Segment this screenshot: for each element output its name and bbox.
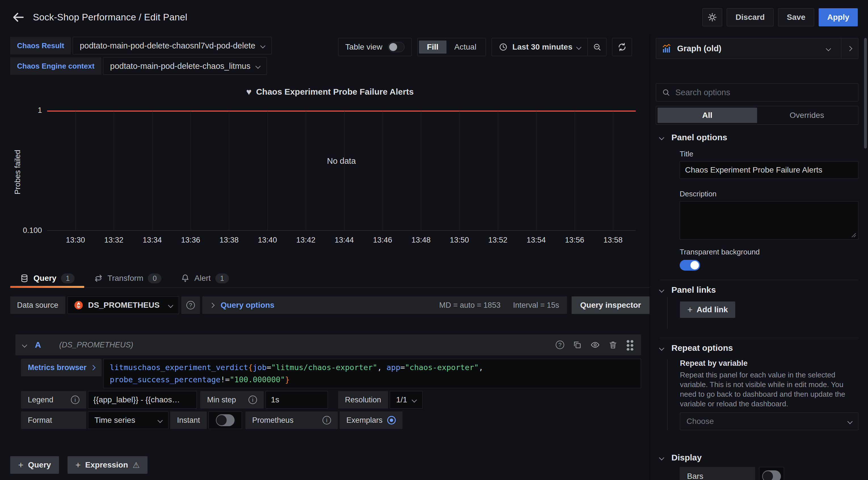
gridline: [613, 111, 613, 230]
repeat-options-body: Repeat by variable Repeat this panel for…: [667, 359, 858, 430]
save-button[interactable]: Save: [778, 8, 814, 26]
promql-line-1: litmuschaos_experiment_verdict{job="litm…: [110, 361, 634, 373]
actual-option[interactable]: Actual: [446, 40, 485, 54]
eye-icon[interactable]: [590, 340, 600, 350]
variable-select-chaos-engine[interactable]: podtato-main-pod-delete-chaos_litmus: [103, 57, 267, 75]
panel-title: ♥ Chaos Experiment Probe Failure Alerts: [10, 84, 650, 100]
arrow-left-icon: [12, 11, 25, 24]
fill-option[interactable]: Fill: [419, 40, 446, 54]
chevron-down-icon: [157, 418, 162, 423]
tab-overrides[interactable]: Overrides: [757, 108, 857, 123]
switch-off-icon: [762, 470, 781, 480]
editor-tabs: Query 1 Transform 0 Alert 1: [10, 269, 650, 288]
visualization-picker[interactable]: Graph (old): [656, 38, 858, 59]
min-step-input[interactable]: [266, 391, 328, 409]
apply-button[interactable]: Apply: [819, 8, 858, 26]
promql-line-2: probe_success_percentage!="100.000000"}: [110, 373, 634, 386]
transparent-bg-toggle[interactable]: [680, 260, 700, 271]
chevron-down-icon: [255, 64, 260, 69]
datasource-help-button[interactable]: ?: [181, 297, 200, 314]
repeat-options-heading[interactable]: Repeat options: [656, 343, 858, 353]
visualization-expand-button[interactable]: [841, 38, 858, 59]
gridline: [268, 111, 268, 230]
refresh-button[interactable]: [612, 38, 632, 56]
discard-button[interactable]: Discard: [727, 8, 774, 26]
display-heading[interactable]: Display: [656, 453, 858, 462]
metrics-browser-button[interactable]: Metrics browser: [21, 359, 101, 376]
plot-area[interactable]: No data: [47, 110, 636, 231]
collapse-chevron-icon[interactable]: [22, 342, 27, 347]
description-field-label: Description: [680, 190, 858, 198]
resolution-select[interactable]: 1/1: [390, 391, 423, 409]
query-datasource-hint: (DS_PROMETHEUS): [59, 341, 133, 349]
chevron-right-icon: [90, 365, 95, 370]
chevron-down-icon: [168, 303, 173, 308]
panel-description-textarea[interactable]: [680, 201, 858, 240]
x-tick-label: 13:36: [169, 236, 212, 244]
editor-footer: + Query + Expression ⚠: [10, 456, 650, 474]
promql-editor[interactable]: litmuschaos_experiment_verdict{job="litm…: [103, 359, 641, 388]
sidebar-scrollbar[interactable]: [864, 38, 867, 148]
options-sidebar: Graph (old) All Overrides Panel options …: [650, 35, 868, 480]
time-range-picker[interactable]: Last 30 minutes: [492, 38, 607, 56]
query-header-row[interactable]: A (DS_PROMETHEUS) ?: [15, 334, 641, 355]
options-search-input[interactable]: [675, 88, 852, 97]
trash-icon[interactable]: [609, 340, 618, 349]
panel-settings-button[interactable]: [702, 8, 722, 26]
panel-options-heading[interactable]: Panel options: [656, 133, 858, 142]
fill-actual-segment: Fill Actual: [417, 38, 486, 56]
panel-links-heading[interactable]: Panel links: [656, 285, 858, 295]
tab-transform[interactable]: Transform 0: [84, 269, 171, 287]
query-inspector-button[interactable]: Query inspector: [571, 297, 650, 314]
chevron-down-icon: [576, 44, 581, 49]
repeat-variable-select[interactable]: Choose: [680, 413, 858, 430]
query-options-bar[interactable]: Query options MD = auto = 1853 Interval …: [202, 297, 567, 314]
query-count-badge: 1: [61, 273, 74, 283]
gridline: [536, 111, 536, 230]
query-help-icon[interactable]: ?: [556, 341, 564, 349]
table-view-toggle[interactable]: Table view: [338, 38, 411, 56]
back-button[interactable]: [10, 9, 26, 25]
info-icon: i: [248, 396, 257, 404]
md-stat: MD = auto = 1853: [439, 301, 500, 310]
exemplars-toggle[interactable]: Exemplars: [340, 411, 403, 429]
alert-count-badge: 1: [215, 273, 229, 283]
format-select[interactable]: Time series: [88, 411, 168, 429]
gridline: [229, 111, 229, 230]
legend-input[interactable]: [88, 391, 197, 409]
query-stats: MD = auto = 1853 Interval = 15s: [439, 301, 559, 310]
tab-alert[interactable]: Alert 1: [171, 269, 238, 287]
x-tick-label: 13:50: [438, 236, 481, 244]
x-tick-label: 13:34: [131, 236, 174, 244]
bars-toggle[interactable]: [759, 467, 784, 480]
duplicate-icon[interactable]: [573, 340, 582, 349]
table-view-switch[interactable]: [388, 42, 404, 52]
panel-title-input[interactable]: [680, 161, 858, 179]
query-options-label: Query options: [221, 301, 275, 310]
add-query-button[interactable]: + Query: [10, 456, 59, 474]
datasource-picker[interactable]: DS_PROMETHEUS: [67, 297, 179, 314]
y-tick-top: 1: [10, 106, 42, 115]
datasource-label: Data source: [10, 297, 65, 314]
zoom-out-icon: [593, 42, 602, 52]
page-title: Sock-Shop Performance / Edit Panel: [33, 12, 187, 23]
add-link-button[interactable]: + Add link: [680, 302, 735, 318]
drag-handle-icon[interactable]: [626, 339, 634, 350]
datasource-row: Data source DS_PROMETHEUS ? Query option…: [10, 297, 650, 314]
x-tick-label: 13:52: [476, 236, 519, 244]
tab-query[interactable]: Query 1: [10, 269, 84, 287]
add-expression-button[interactable]: + Expression ⚠: [67, 456, 148, 474]
plus-icon: +: [18, 460, 24, 470]
variable-select-chaos-result[interactable]: podtato-main-pod-delete-chaosnl7vd-pod-d…: [73, 37, 272, 55]
tab-all[interactable]: All: [657, 108, 757, 123]
chevron-down-icon: [659, 287, 664, 293]
legend-label: Legend i: [21, 391, 86, 409]
x-tick-label: 13:30: [54, 236, 97, 244]
zoom-out-button[interactable]: [587, 38, 606, 56]
options-search[interactable]: [656, 83, 858, 101]
info-icon: i: [322, 416, 331, 424]
instant-toggle[interactable]: [209, 411, 242, 429]
gridline: [152, 111, 153, 230]
bars-label: Bars: [680, 467, 755, 480]
chevron-down-icon: [826, 46, 831, 51]
